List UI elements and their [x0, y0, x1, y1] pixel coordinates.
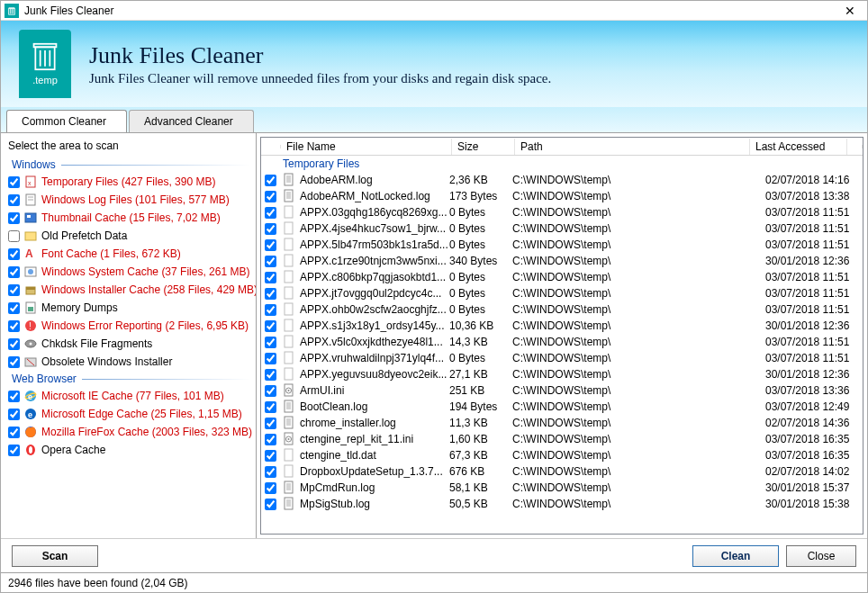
- scan-item[interactable]: Windows Installer Cache (258 Files, 429 …: [6, 281, 250, 299]
- row-checkbox[interactable]: [265, 466, 276, 478]
- row-checkbox[interactable]: [265, 272, 276, 283]
- scan-item-checkbox[interactable]: [8, 266, 20, 278]
- col-check[interactable]: [261, 145, 281, 148]
- table-row[interactable]: ArmUI.ini251 KBC:\WINDOWS\temp\03/07/201…: [261, 382, 863, 399]
- file-path: C:\WINDOWS\temp\: [512, 368, 765, 381]
- row-checkbox[interactable]: [265, 304, 276, 316]
- row-checkbox[interactable]: [265, 320, 276, 332]
- row-checkbox[interactable]: [265, 401, 276, 413]
- scan-button[interactable]: Scan: [12, 545, 98, 567]
- scan-item-label: Windows Log Files (101 Files, 577 MB): [41, 193, 230, 206]
- table-row[interactable]: AdobeARM_NotLocked.log173 BytesC:\WINDOW…: [261, 188, 863, 204]
- row-checkbox[interactable]: [265, 369, 276, 381]
- table-row[interactable]: APPX.c1rze90tnjcm3ww5nxi...340 BytesC:\W…: [261, 253, 863, 269]
- row-checkbox[interactable]: [265, 256, 276, 267]
- file-name: AdobeARM.log: [300, 174, 449, 186]
- row-checkbox[interactable]: [265, 353, 276, 364]
- scan-item-checkbox[interactable]: [8, 320, 20, 332]
- file-icon: [282, 416, 296, 430]
- table-row[interactable]: APPX.jt7ovggq0ul2pdcyc4c...0 BytesC:\WIN…: [261, 285, 863, 301]
- file-date: 30/01/2018 12:36: [765, 319, 863, 332]
- table-row[interactable]: APPX.03gqhg186ycq8269xg...0 BytesC:\WIND…: [261, 204, 863, 220]
- scan-item-checkbox[interactable]: [8, 445, 20, 456]
- col-path[interactable]: Path: [515, 139, 750, 155]
- row-checkbox[interactable]: [265, 418, 276, 429]
- row-checkbox[interactable]: [265, 223, 276, 235]
- row-checkbox[interactable]: [265, 288, 276, 300]
- table-row[interactable]: APPX.ohb0w2scfw2aocghjfz...0 BytesC:\WIN…: [261, 301, 863, 318]
- row-checkbox[interactable]: [265, 434, 276, 445]
- scan-item[interactable]: Mozilla FireFox Cache (2003 Files, 323 M…: [6, 423, 250, 441]
- scan-item-checkbox[interactable]: [8, 212, 20, 224]
- table-row[interactable]: APPX.yeguvsuu8dyeovc2eik...27,1 KBC:\WIN…: [261, 366, 863, 382]
- svg-rect-49: [285, 206, 293, 218]
- scan-item[interactable]: Opera Cache: [6, 441, 250, 459]
- file-icon: [282, 400, 296, 414]
- scan-item-label: Old Prefetch Data: [41, 229, 127, 242]
- table-row[interactable]: APPX.v5lc0xxjkdthezye48l1...14,3 KBC:\WI…: [261, 334, 863, 350]
- table-row[interactable]: BootClean.log194 BytesC:\WINDOWS\temp\03…: [261, 399, 863, 415]
- row-checkbox[interactable]: [265, 207, 276, 219]
- row-checkbox[interactable]: [265, 482, 276, 494]
- scan-item-checkbox[interactable]: [8, 284, 20, 296]
- scan-item[interactable]: xTemporary Files (427 Files, 390 MB): [6, 173, 250, 191]
- file-icon: [282, 448, 296, 463]
- scan-item-checkbox[interactable]: [8, 427, 20, 438]
- app-subtitle: Junk Files Cleaner will remove unneeded …: [89, 71, 551, 86]
- scan-item[interactable]: Chkdsk File Fragments: [6, 335, 250, 353]
- tab-advanced-cleaner[interactable]: Advanced Cleaner: [129, 110, 254, 132]
- file-date: 03/07/2018 16:35: [765, 433, 863, 445]
- table-row[interactable]: APPX.5lb47rm503bk1s1ra5d...0 BytesC:\WIN…: [261, 237, 863, 253]
- table-row[interactable]: DropboxUpdateSetup_1.3.7...676 KBC:\WIND…: [261, 463, 863, 480]
- file-date: 03/07/2018 11:51: [765, 238, 863, 251]
- table-body[interactable]: Temporary FilesAdobeARM.log2,36 KBC:\WIN…: [261, 156, 863, 534]
- scan-item-checkbox[interactable]: [8, 248, 20, 260]
- scan-item[interactable]: Windows System Cache (37 Files, 261 MB): [6, 263, 250, 281]
- scan-item-checkbox[interactable]: [8, 338, 20, 350]
- table-row[interactable]: APPX.s1j3x18y1_ordsy145y...10,36 KBC:\WI…: [261, 318, 863, 334]
- row-checkbox[interactable]: [265, 450, 276, 462]
- col-last-accessed[interactable]: Last Accessed: [750, 139, 847, 155]
- scan-item-checkbox[interactable]: [8, 409, 20, 420]
- scan-item-checkbox[interactable]: [8, 302, 20, 314]
- clean-button[interactable]: Clean: [692, 545, 779, 567]
- table-row[interactable]: APPX.vruhwaldilnpj371ylq4f...0 BytesC:\W…: [261, 350, 863, 366]
- row-checkbox[interactable]: [265, 337, 276, 348]
- table-row[interactable]: APPX.c806bkp7qgjasokbtd1...0 BytesC:\WIN…: [261, 269, 863, 285]
- window-close-button[interactable]: ✕: [836, 4, 863, 18]
- scan-item[interactable]: Obsolete Windows Installer: [6, 353, 250, 371]
- file-size: 340 Bytes: [449, 255, 512, 267]
- scan-item[interactable]: eMicrosoft IE Cache (77 Files, 101 MB): [6, 387, 250, 405]
- scan-item[interactable]: eMicrosoft Edge Cache (25 Files, 1,15 MB…: [6, 405, 250, 423]
- table-row[interactable]: APPX.4jse4hkuc7sow1_bjrw...0 BytesC:\WIN…: [261, 220, 863, 237]
- row-checkbox[interactable]: [265, 239, 276, 251]
- row-checkbox[interactable]: [265, 191, 276, 202]
- scan-item[interactable]: Windows Log Files (101 Files, 577 MB): [6, 191, 250, 209]
- table-row[interactable]: chrome_installer.log11,3 KBC:\WINDOWS\te…: [261, 415, 863, 431]
- scan-item-checkbox[interactable]: [8, 391, 20, 402]
- row-checkbox[interactable]: [265, 499, 276, 510]
- tab-common-cleaner[interactable]: Common Cleaner: [6, 110, 127, 132]
- scan-item[interactable]: Memory Dumps: [6, 299, 250, 317]
- installer-icon: [23, 283, 38, 297]
- scan-item-checkbox[interactable]: [8, 176, 20, 188]
- scan-item-checkbox[interactable]: [8, 194, 20, 206]
- scan-item[interactable]: !Windows Error Reporting (2 Files, 6,95 …: [6, 317, 250, 335]
- close-button[interactable]: Close: [786, 545, 856, 567]
- table-row[interactable]: MpSigStub.log50,5 KBC:\WINDOWS\temp\30/0…: [261, 496, 863, 512]
- svg-rect-50: [285, 222, 293, 234]
- table-row[interactable]: ctengine_repl_kit_11.ini1,60 KBC:\WINDOW…: [261, 431, 863, 447]
- scan-item[interactable]: Thumbnail Cache (15 Files, 7,02 MB): [6, 209, 250, 227]
- table-row[interactable]: MpCmdRun.log58,1 KBC:\WINDOWS\temp\30/01…: [261, 480, 863, 496]
- scan-item[interactable]: Old Prefetch Data: [6, 227, 250, 245]
- table-row[interactable]: AdobeARM.log2,36 KBC:\WINDOWS\temp\02/07…: [261, 172, 863, 188]
- row-checkbox[interactable]: [265, 385, 276, 397]
- col-filename[interactable]: File Name: [281, 139, 452, 155]
- scan-item-checkbox[interactable]: [8, 356, 20, 368]
- table-row[interactable]: ctengine_tld.dat67,3 KBC:\WINDOWS\temp\0…: [261, 447, 863, 463]
- scan-item[interactable]: AFont Cache (1 Files, 672 KB): [6, 245, 250, 263]
- scan-item-checkbox[interactable]: [8, 230, 20, 242]
- scan-item-label: Microsoft Edge Cache (25 Files, 1,15 MB): [41, 408, 242, 420]
- col-size[interactable]: Size: [452, 139, 515, 155]
- row-checkbox[interactable]: [265, 175, 276, 186]
